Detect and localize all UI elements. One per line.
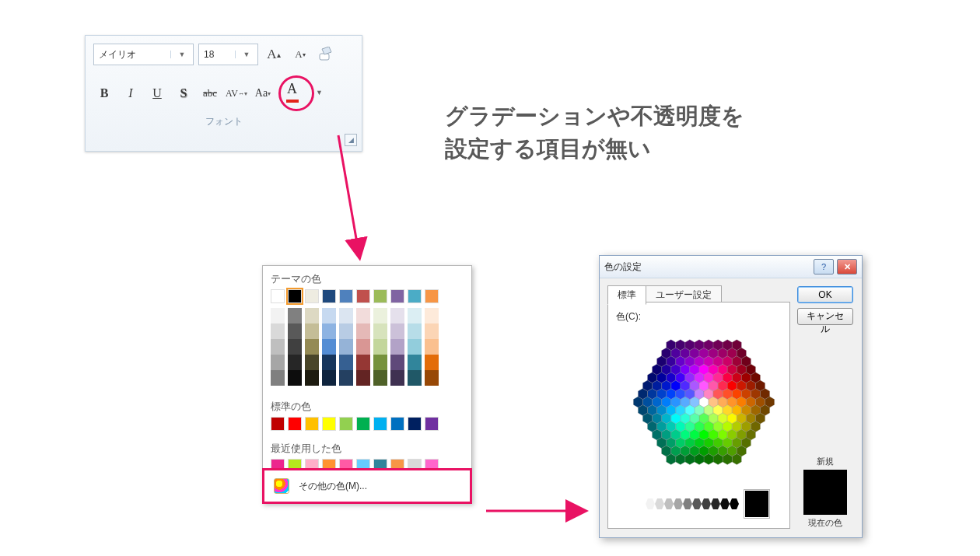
color-swatch[interactable]	[339, 289, 353, 303]
color-swatch[interactable]	[322, 417, 336, 431]
chevron-down-icon[interactable]: ▼	[170, 51, 193, 58]
text-shadow-button[interactable]: S	[173, 82, 194, 104]
gray-swatch[interactable]	[730, 498, 739, 509]
tint-column[interactable]	[425, 308, 439, 386]
tint-column[interactable]	[390, 308, 404, 386]
standard-color-row	[263, 417, 471, 435]
hex-color-picker[interactable]	[628, 326, 779, 481]
recent-colors-label: 最近使用した色	[263, 435, 471, 459]
color-swatch[interactable]	[425, 417, 439, 431]
font-size-combo[interactable]: 18 ▼	[198, 44, 258, 65]
gray-swatch[interactable]	[720, 498, 730, 509]
color-swatch[interactable]	[373, 417, 387, 431]
gray-swatch[interactable]	[674, 498, 683, 509]
color-swatch[interactable]	[288, 289, 302, 303]
annotation-text: グラデーションや不透明度を 設定する項目が無い	[445, 100, 744, 165]
ok-button[interactable]: OK	[797, 286, 853, 303]
color-swatch[interactable]	[339, 459, 353, 468]
color-swatch[interactable]	[373, 289, 387, 303]
palette-icon	[274, 478, 289, 494]
ribbon-group-label: フォント	[93, 115, 354, 128]
color-swatch[interactable]	[305, 459, 319, 468]
color-swatch[interactable]	[425, 459, 439, 468]
color-swatch[interactable]	[356, 459, 370, 468]
help-button[interactable]: ?	[814, 259, 834, 275]
strikethrough-button[interactable]: abc	[199, 82, 221, 104]
color-swatch[interactable]	[288, 417, 302, 431]
font-color-button[interactable]: A ▼	[278, 75, 314, 111]
gray-swatch[interactable]	[711, 498, 720, 509]
recent-color-row	[263, 459, 471, 468]
color-compare: 新規 現在の色	[796, 456, 854, 529]
font-size-value: 18	[199, 49, 235, 60]
dialog-title: 色の設定	[604, 261, 642, 274]
color-swatch[interactable]	[408, 459, 422, 468]
color-swatch[interactable]	[322, 289, 336, 303]
gray-swatch[interactable]	[664, 498, 674, 509]
more-colors-label: その他の色(M)...	[299, 480, 367, 493]
char-spacing-button[interactable]: AV↔ ▾	[226, 82, 247, 104]
chevron-down-icon[interactable]: ▼	[316, 89, 323, 96]
tab-panel-standard: 色(C):	[607, 302, 790, 529]
cancel-button[interactable]: キャンセル	[797, 308, 853, 325]
font-name-combo[interactable]: メイリオ ▼	[93, 44, 194, 65]
grayscale-row[interactable]	[636, 498, 739, 509]
color-swatch[interactable]	[390, 417, 404, 431]
clear-formatting-button[interactable]	[316, 44, 338, 65]
tint-column[interactable]	[322, 308, 336, 386]
font-color-a-icon: A	[287, 81, 297, 97]
tint-column[interactable]	[288, 308, 302, 386]
color-swatch[interactable]	[390, 459, 404, 468]
color-swatch[interactable]	[408, 289, 422, 303]
grow-font-button[interactable]: A▴	[263, 44, 285, 65]
color-swatch[interactable]	[271, 289, 285, 303]
theme-color-row	[263, 289, 471, 308]
selected-hex-swatch[interactable]	[745, 491, 768, 517]
more-colors-item[interactable]: その他の色(M)...	[262, 468, 472, 504]
font-color-bar-icon	[286, 100, 299, 103]
dialog-titlebar[interactable]: 色の設定 ? ✕	[600, 256, 862, 278]
italic-button[interactable]: I	[120, 82, 142, 104]
color-swatch[interactable]	[288, 459, 302, 468]
close-button[interactable]: ✕	[837, 259, 857, 275]
chevron-down-icon[interactable]: ▼	[235, 51, 257, 58]
tint-column[interactable]	[271, 308, 285, 386]
color-swatch[interactable]	[373, 459, 387, 468]
tint-column[interactable]	[305, 308, 319, 386]
color-swatch[interactable]	[305, 417, 319, 431]
color-swatch[interactable]	[408, 417, 422, 431]
color-swatch[interactable]	[390, 289, 404, 303]
tint-column[interactable]	[408, 308, 422, 386]
color-swatch[interactable]	[339, 417, 353, 431]
tab-standard[interactable]: 標準	[607, 285, 646, 305]
color-swatch[interactable]	[305, 289, 319, 303]
gray-swatch[interactable]	[683, 498, 692, 509]
color-swatch[interactable]	[322, 459, 336, 468]
arrow-icon	[327, 135, 374, 271]
color-swatch[interactable]	[356, 289, 370, 303]
color-swatch[interactable]	[271, 459, 285, 468]
gray-swatch[interactable]	[636, 498, 646, 509]
color-swatch[interactable]	[425, 289, 439, 303]
current-color-label: 現在の色	[796, 517, 854, 529]
new-color-swatch	[803, 470, 847, 492]
gray-swatch[interactable]	[692, 498, 702, 509]
gray-swatch[interactable]	[655, 498, 664, 509]
new-color-label: 新規	[796, 456, 854, 467]
color-swatch[interactable]	[271, 417, 285, 431]
tint-column[interactable]	[356, 308, 370, 386]
shrink-font-button[interactable]: A▾	[289, 44, 311, 65]
current-color-swatch	[803, 492, 847, 515]
gray-swatch[interactable]	[702, 498, 711, 509]
arrow-icon	[486, 499, 595, 523]
color-swatch[interactable]	[356, 417, 370, 431]
change-case-button[interactable]: Aa ▾	[252, 82, 274, 104]
tint-column[interactable]	[373, 308, 387, 386]
theme-tint-columns	[263, 308, 471, 393]
gray-swatch[interactable]	[646, 498, 655, 509]
bold-button[interactable]: B	[93, 82, 115, 104]
underline-button[interactable]: U	[146, 82, 168, 104]
theme-colors-label: テーマの色	[263, 266, 471, 289]
tint-column[interactable]	[339, 308, 353, 386]
color-picker-label: 色(C):	[616, 310, 641, 323]
